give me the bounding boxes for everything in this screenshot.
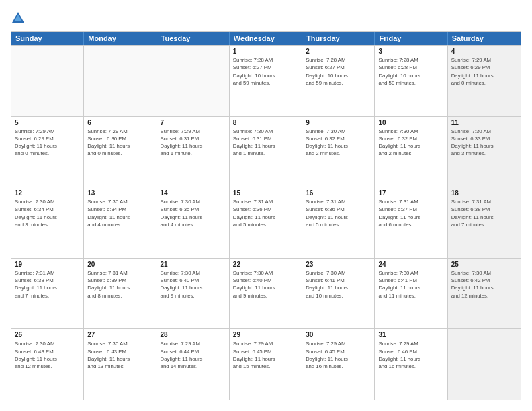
header-cell-tuesday: Tuesday <box>157 32 230 45</box>
day-info: Sunrise: 7:30 AM Sunset: 6:32 PM Dayligh… <box>306 128 371 158</box>
day-info: Sunrise: 7:30 AM Sunset: 6:34 PM Dayligh… <box>87 198 152 228</box>
day-info: Sunrise: 7:30 AM Sunset: 6:40 PM Dayligh… <box>233 269 298 300</box>
day-number: 30 <box>306 331 371 338</box>
day-info: Sunrise: 7:29 AM Sunset: 6:29 PM Dayligh… <box>451 56 517 87</box>
day-number: 13 <box>87 189 152 197</box>
day-info: Sunrise: 7:29 AM Sunset: 6:45 PM Dayligh… <box>233 340 298 370</box>
logo-icon <box>11 11 26 26</box>
cal-cell: 21Sunrise: 7:30 AM Sunset: 6:40 PM Dayli… <box>157 259 230 329</box>
day-number: 10 <box>378 119 443 126</box>
cal-row-1: 5Sunrise: 7:29 AM Sunset: 6:29 PM Daylig… <box>11 116 521 187</box>
cal-cell: 31Sunrise: 7:29 AM Sunset: 6:46 PM Dayli… <box>375 329 447 400</box>
day-number: 11 <box>451 119 517 126</box>
header-cell-monday: Monday <box>84 32 157 45</box>
cal-cell: 23Sunrise: 7:30 AM Sunset: 6:41 PM Dayli… <box>302 259 375 329</box>
day-info: Sunrise: 7:30 AM Sunset: 6:40 PM Dayligh… <box>161 269 226 300</box>
page: SundayMondayTuesdayWednesdayThursdayFrid… <box>0 0 532 411</box>
cal-row-2: 12Sunrise: 7:30 AM Sunset: 6:34 PM Dayli… <box>11 187 521 258</box>
cal-cell: 18Sunrise: 7:31 AM Sunset: 6:38 PM Dayli… <box>448 187 521 258</box>
header <box>11 11 521 26</box>
cal-cell: 8Sunrise: 7:30 AM Sunset: 6:31 PM Daylig… <box>230 117 302 187</box>
day-number: 31 <box>378 331 443 338</box>
logo <box>11 11 28 26</box>
day-info: Sunrise: 7:31 AM Sunset: 6:37 PM Dayligh… <box>378 198 443 228</box>
day-info: Sunrise: 7:29 AM Sunset: 6:30 PM Dayligh… <box>87 128 152 158</box>
cal-cell: 20Sunrise: 7:31 AM Sunset: 6:39 PM Dayli… <box>84 259 157 329</box>
day-info: Sunrise: 7:30 AM Sunset: 6:33 PM Dayligh… <box>451 128 517 158</box>
day-info: Sunrise: 7:30 AM Sunset: 6:42 PM Dayligh… <box>451 269 517 300</box>
header-cell-sunday: Sunday <box>11 32 84 45</box>
day-number: 4 <box>451 48 517 55</box>
cal-cell: 28Sunrise: 7:29 AM Sunset: 6:44 PM Dayli… <box>157 329 230 400</box>
cal-cell: 5Sunrise: 7:29 AM Sunset: 6:29 PM Daylig… <box>11 117 84 187</box>
cal-cell: 30Sunrise: 7:29 AM Sunset: 6:45 PM Dayli… <box>302 329 375 400</box>
cal-cell <box>157 46 230 116</box>
cal-cell: 24Sunrise: 7:30 AM Sunset: 6:41 PM Dayli… <box>375 259 447 329</box>
cal-cell <box>448 329 521 400</box>
cal-row-4: 26Sunrise: 7:30 AM Sunset: 6:43 PM Dayli… <box>11 328 521 400</box>
cal-cell: 12Sunrise: 7:30 AM Sunset: 6:34 PM Dayli… <box>11 187 84 258</box>
day-number: 18 <box>451 189 517 197</box>
day-number: 26 <box>15 331 80 338</box>
day-number: 12 <box>15 189 80 197</box>
cal-cell: 15Sunrise: 7:31 AM Sunset: 6:36 PM Dayli… <box>230 187 302 258</box>
cal-cell: 2Sunrise: 7:28 AM Sunset: 6:27 PM Daylig… <box>302 46 375 116</box>
day-number: 8 <box>233 119 298 126</box>
day-info: Sunrise: 7:29 AM Sunset: 6:31 PM Dayligh… <box>161 128 226 158</box>
day-info: Sunrise: 7:30 AM Sunset: 6:32 PM Dayligh… <box>378 128 443 158</box>
cal-cell: 25Sunrise: 7:30 AM Sunset: 6:42 PM Dayli… <box>448 259 521 329</box>
day-info: Sunrise: 7:30 AM Sunset: 6:43 PM Dayligh… <box>87 340 152 370</box>
cal-cell: 11Sunrise: 7:30 AM Sunset: 6:33 PM Dayli… <box>448 117 521 187</box>
day-info: Sunrise: 7:29 AM Sunset: 6:44 PM Dayligh… <box>161 340 226 370</box>
day-number: 9 <box>306 119 371 126</box>
cal-cell: 26Sunrise: 7:30 AM Sunset: 6:43 PM Dayli… <box>11 329 84 400</box>
day-number: 16 <box>306 189 371 197</box>
day-info: Sunrise: 7:29 AM Sunset: 6:45 PM Dayligh… <box>306 340 371 370</box>
day-number: 14 <box>161 189 226 197</box>
day-info: Sunrise: 7:30 AM Sunset: 6:35 PM Dayligh… <box>161 198 226 228</box>
day-info: Sunrise: 7:31 AM Sunset: 6:38 PM Dayligh… <box>451 198 517 228</box>
cal-cell: 16Sunrise: 7:31 AM Sunset: 6:36 PM Dayli… <box>302 187 375 258</box>
cal-cell: 10Sunrise: 7:30 AM Sunset: 6:32 PM Dayli… <box>375 117 447 187</box>
day-number: 2 <box>306 48 371 55</box>
cal-cell: 19Sunrise: 7:31 AM Sunset: 6:38 PM Dayli… <box>11 259 84 329</box>
cal-cell: 9Sunrise: 7:30 AM Sunset: 6:32 PM Daylig… <box>302 117 375 187</box>
day-info: Sunrise: 7:28 AM Sunset: 6:27 PM Dayligh… <box>233 56 298 87</box>
day-info: Sunrise: 7:30 AM Sunset: 6:34 PM Dayligh… <box>15 198 80 228</box>
day-number: 5 <box>15 119 80 126</box>
cal-cell <box>11 46 84 116</box>
cal-row-3: 19Sunrise: 7:31 AM Sunset: 6:38 PM Dayli… <box>11 258 521 329</box>
day-info: Sunrise: 7:28 AM Sunset: 6:28 PM Dayligh… <box>378 56 443 87</box>
day-number: 1 <box>233 48 298 55</box>
day-info: Sunrise: 7:30 AM Sunset: 6:41 PM Dayligh… <box>306 269 371 300</box>
day-number: 24 <box>378 261 443 268</box>
day-number: 22 <box>233 261 298 268</box>
cal-row-0: 1Sunrise: 7:28 AM Sunset: 6:27 PM Daylig… <box>11 45 521 116</box>
day-info: Sunrise: 7:30 AM Sunset: 6:31 PM Dayligh… <box>233 128 298 158</box>
day-number: 17 <box>378 189 443 197</box>
day-number: 25 <box>451 261 517 268</box>
day-number: 21 <box>161 261 226 268</box>
cal-cell: 22Sunrise: 7:30 AM Sunset: 6:40 PM Dayli… <box>230 259 302 329</box>
header-cell-thursday: Thursday <box>302 32 375 45</box>
day-info: Sunrise: 7:30 AM Sunset: 6:41 PM Dayligh… <box>378 269 443 300</box>
cal-cell: 4Sunrise: 7:29 AM Sunset: 6:29 PM Daylig… <box>448 46 521 116</box>
day-number: 3 <box>378 48 443 55</box>
day-number: 20 <box>87 261 152 268</box>
day-number: 27 <box>87 331 152 338</box>
day-info: Sunrise: 7:28 AM Sunset: 6:27 PM Dayligh… <box>306 56 371 87</box>
header-cell-wednesday: Wednesday <box>230 32 302 45</box>
header-cell-saturday: Saturday <box>448 32 521 45</box>
calendar-body: 1Sunrise: 7:28 AM Sunset: 6:27 PM Daylig… <box>11 45 521 400</box>
day-number: 28 <box>161 331 226 338</box>
cal-cell: 27Sunrise: 7:30 AM Sunset: 6:43 PM Dayli… <box>84 329 157 400</box>
day-info: Sunrise: 7:31 AM Sunset: 6:36 PM Dayligh… <box>306 198 371 228</box>
day-info: Sunrise: 7:31 AM Sunset: 6:39 PM Dayligh… <box>87 269 152 300</box>
cal-cell: 1Sunrise: 7:28 AM Sunset: 6:27 PM Daylig… <box>230 46 302 116</box>
day-number: 19 <box>15 261 80 268</box>
day-info: Sunrise: 7:31 AM Sunset: 6:36 PM Dayligh… <box>233 198 298 228</box>
day-number: 6 <box>87 119 152 126</box>
calendar: SundayMondayTuesdayWednesdayThursdayFrid… <box>11 31 521 400</box>
day-number: 15 <box>233 189 298 197</box>
cal-cell: 14Sunrise: 7:30 AM Sunset: 6:35 PM Dayli… <box>157 187 230 258</box>
